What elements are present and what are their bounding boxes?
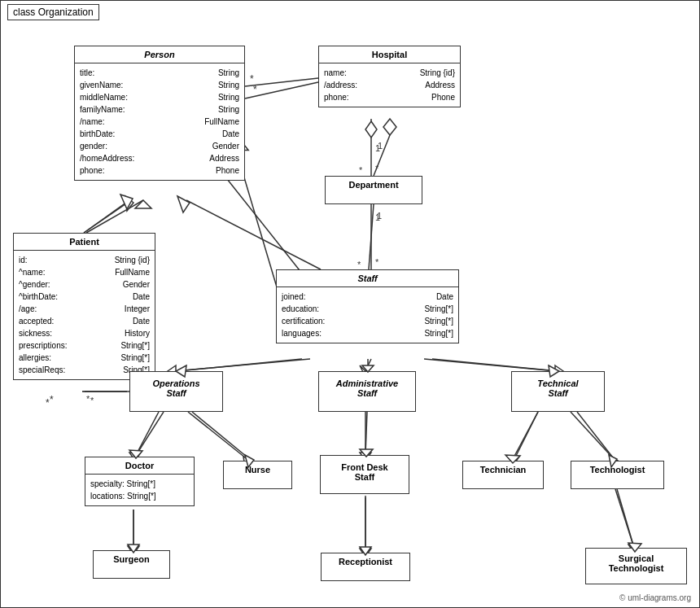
svg-text:1: 1 — [378, 141, 383, 151]
technical-staff-class: TechnicalStaff — [511, 371, 605, 412]
svg-line-56 — [177, 359, 302, 371]
person-class: Person title:String givenName:String mid… — [74, 46, 245, 181]
operations-staff-class: OperationsStaff — [129, 371, 223, 412]
svg-text:*: * — [375, 257, 379, 267]
svg-marker-36 — [125, 196, 133, 211]
svg-marker-10 — [135, 200, 151, 208]
admin-staff-header: AdministrativeStaff — [319, 372, 415, 405]
doctor-header: Doctor — [85, 457, 194, 475]
svg-line-25 — [514, 412, 538, 461]
surgical-technologist-header: SurgicalTechnologist — [586, 549, 686, 578]
hospital-header: Hospital — [319, 46, 460, 63]
diagram-title: class Organization — [7, 4, 99, 20]
svg-text:*: * — [357, 260, 361, 269]
nurse-header: Nurse — [224, 461, 291, 478]
svg-text:*: * — [46, 397, 50, 409]
front-desk-staff-header: Front DeskStaff — [321, 456, 409, 488]
patient-header: Patient — [14, 234, 155, 251]
operations-staff-header: OperationsStaff — [130, 372, 222, 405]
svg-marker-46 — [383, 119, 396, 135]
svg-text:*: * — [250, 73, 254, 85]
svg-line-60 — [432, 359, 558, 371]
surgical-technologist-class: SurgicalTechnologist — [585, 548, 687, 584]
patient-class: Patient id:String {id} ^name:FullName ^g… — [13, 233, 155, 380]
svg-line-9 — [86, 200, 143, 233]
svg-line-33 — [615, 489, 634, 548]
department-class: Department — [325, 176, 422, 204]
staff-attrs: joined:Date education:String[*] certific… — [277, 287, 458, 343]
svg-line-68 — [512, 412, 538, 461]
hospital-attrs: name:String {id} /address:Address phone:… — [319, 63, 460, 107]
svg-line-35 — [84, 200, 131, 233]
svg-line-64 — [192, 412, 252, 461]
front-desk-staff-class: Front DeskStaff — [320, 455, 409, 494]
technical-staff-header: TechnicalStaff — [512, 372, 604, 405]
doctor-attrs: specialty: String[*] locations: String[*… — [85, 475, 194, 505]
staff-class: Staff joined:Date education:String[*] ce… — [276, 269, 459, 343]
svg-text:*: * — [90, 396, 94, 405]
technologist-header: Technologist — [571, 461, 663, 478]
svg-line-0 — [245, 82, 318, 98]
svg-text:*: * — [86, 394, 90, 404]
department-header: Department — [326, 177, 422, 193]
svg-line-70 — [577, 412, 615, 461]
person-attrs: title:String givenName:String middleName… — [75, 63, 244, 180]
technician-class: Technician — [462, 461, 544, 489]
svg-text:1: 1 — [377, 211, 382, 221]
svg-text:*: * — [375, 164, 379, 173]
svg-text:1: 1 — [375, 212, 380, 222]
svg-text:*: * — [50, 394, 54, 405]
svg-line-19 — [135, 412, 164, 457]
svg-line-66 — [365, 412, 367, 455]
svg-line-13 — [174, 359, 310, 371]
receptionist-header: Receptionist — [322, 553, 409, 570]
svg-line-21 — [188, 412, 249, 461]
svg-text:*: * — [359, 165, 363, 175]
svg-line-52 — [84, 200, 129, 233]
diagram-container: class Organization * 1 * 1 * — [0, 0, 700, 608]
copyright: © uml-diagrams.org — [619, 593, 691, 602]
svg-line-15 — [365, 359, 371, 371]
svg-marker-53 — [120, 195, 133, 209]
svg-line-62 — [135, 412, 159, 457]
svg-line-76 — [617, 489, 634, 548]
svg-line-17 — [424, 359, 557, 371]
nurse-class: Nurse — [223, 461, 292, 489]
technician-header: Technician — [463, 461, 543, 478]
svg-line-49 — [369, 204, 374, 269]
doctor-class: Doctor specialty: String[*] locations: S… — [85, 457, 195, 506]
patient-attrs: id:String {id} ^name:FullName ^gender:Ge… — [14, 251, 155, 379]
svg-line-54 — [186, 200, 321, 269]
technologist-class: Technologist — [571, 461, 664, 489]
svg-text:1: 1 — [375, 143, 380, 153]
receptionist-class: Receptionist — [321, 553, 410, 581]
admin-staff-class: AdministrativeStaff — [318, 371, 416, 412]
svg-marker-3 — [365, 121, 377, 138]
svg-line-43 — [245, 78, 318, 86]
svg-line-27 — [571, 412, 615, 461]
svg-line-45 — [374, 135, 390, 176]
staff-header: Staff — [277, 270, 458, 287]
svg-text:*: * — [253, 84, 257, 95]
person-header: Person — [75, 46, 244, 63]
surgeon-header: Surgeon — [94, 551, 169, 567]
svg-marker-55 — [177, 196, 190, 212]
hospital-class: Hospital name:String {id} /address:Addre… — [318, 46, 461, 107]
surgeon-class: Surgeon — [93, 550, 170, 579]
